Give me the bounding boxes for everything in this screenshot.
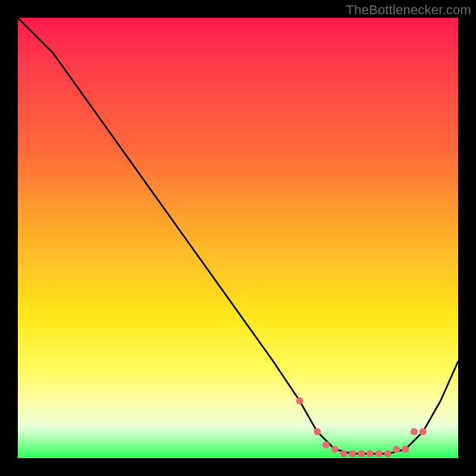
marker-dot: [331, 446, 339, 453]
marker-dot: [322, 441, 330, 449]
marker-dot: [358, 450, 365, 458]
marker-dot: [419, 428, 427, 436]
chart-svg: [18, 18, 458, 458]
bottleneck-curve: [18, 18, 458, 454]
marker-dot: [340, 450, 347, 458]
marker-dot: [393, 446, 400, 453]
marker-dot: [296, 397, 303, 405]
marker-dot: [384, 450, 392, 458]
marker-dot: [402, 446, 409, 453]
marker-dot: [349, 450, 356, 458]
marker-dot: [411, 428, 418, 436]
marker-dot: [375, 450, 383, 458]
marker-dot: [314, 428, 321, 436]
plot-area: [18, 18, 458, 458]
chart-stage: TheBottlenecker.com: [0, 0, 476, 476]
watermark-text: TheBottlenecker.com: [346, 2, 471, 18]
marker-dot: [367, 450, 374, 458]
